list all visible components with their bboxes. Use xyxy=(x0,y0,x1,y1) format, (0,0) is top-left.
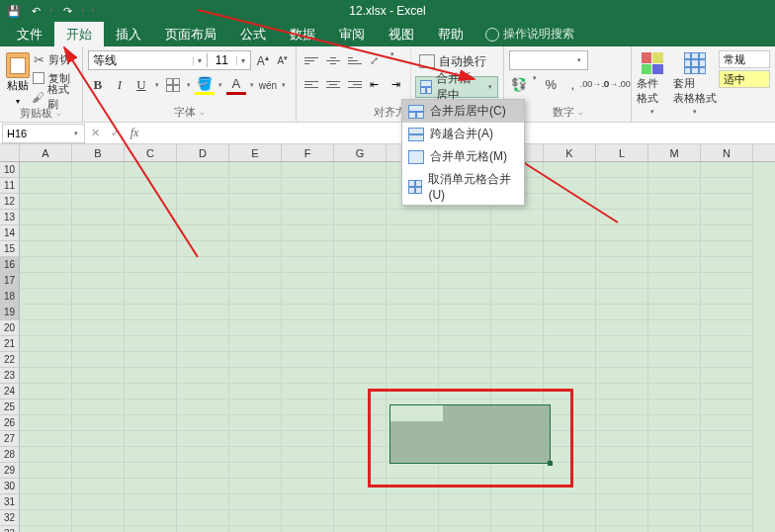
cell[interactable] xyxy=(491,289,544,305)
undo-button[interactable]: ↶ xyxy=(26,2,45,20)
cell[interactable] xyxy=(334,479,387,494)
cell[interactable] xyxy=(648,479,701,494)
indent-inc-button[interactable]: ⇥ xyxy=(388,74,408,94)
cell[interactable] xyxy=(72,479,125,494)
cell[interactable] xyxy=(701,241,753,257)
cell[interactable] xyxy=(701,415,753,431)
cell[interactable] xyxy=(596,368,648,384)
paste-button[interactable]: 粘贴 ▾ xyxy=(5,48,30,106)
cell[interactable] xyxy=(229,463,282,479)
col-header-C[interactable]: C xyxy=(125,144,177,161)
cell[interactable] xyxy=(491,336,544,352)
row-header[interactable]: 28 xyxy=(0,447,20,463)
cell[interactable] xyxy=(596,510,648,526)
dialog-launcher[interactable]: ⌵ xyxy=(578,108,583,117)
cell[interactable] xyxy=(72,273,125,289)
cell[interactable] xyxy=(648,336,701,352)
cell[interactable] xyxy=(72,289,125,305)
cell[interactable] xyxy=(282,384,334,399)
cell[interactable] xyxy=(282,241,334,257)
cell[interactable] xyxy=(125,225,177,241)
cell[interactable] xyxy=(648,526,701,532)
cell[interactable] xyxy=(648,305,701,320)
cell[interactable] xyxy=(491,305,544,320)
cell[interactable] xyxy=(439,210,491,225)
col-header-B[interactable]: B xyxy=(72,144,125,161)
cell[interactable] xyxy=(334,320,387,336)
row-header[interactable]: 23 xyxy=(0,368,20,384)
col-header-K[interactable]: K xyxy=(544,144,596,161)
cell[interactable] xyxy=(701,210,753,225)
cell[interactable] xyxy=(701,479,753,494)
cell[interactable] xyxy=(596,241,648,257)
cell[interactable] xyxy=(596,178,648,194)
cell[interactable] xyxy=(387,526,439,532)
cell[interactable] xyxy=(125,289,177,305)
cell[interactable] xyxy=(648,431,701,447)
cell[interactable] xyxy=(387,289,439,305)
cell[interactable] xyxy=(701,305,753,320)
cell[interactable] xyxy=(491,368,544,384)
cell[interactable] xyxy=(177,510,229,526)
cell[interactable] xyxy=(282,257,334,273)
cell[interactable] xyxy=(701,352,753,368)
halign-left-button[interactable] xyxy=(301,74,321,94)
tab-home[interactable]: 开始 xyxy=(54,22,104,46)
row-header[interactable]: 10 xyxy=(0,162,20,178)
cell[interactable] xyxy=(544,399,596,415)
cell[interactable] xyxy=(20,241,72,257)
cell[interactable] xyxy=(282,479,334,494)
fill-handle[interactable] xyxy=(548,461,553,466)
cell[interactable] xyxy=(282,447,334,463)
cell[interactable] xyxy=(334,241,387,257)
cell[interactable] xyxy=(491,352,544,368)
chevron-down-icon[interactable]: ▾ xyxy=(216,81,224,89)
cell[interactable] xyxy=(439,336,491,352)
cell[interactable] xyxy=(229,320,282,336)
row-header[interactable]: 19 xyxy=(0,305,20,320)
cell[interactable] xyxy=(125,194,177,210)
cell[interactable] xyxy=(387,336,439,352)
cell[interactable] xyxy=(282,494,334,510)
cell[interactable] xyxy=(20,210,72,225)
currency-button[interactable]: 💱 xyxy=(509,74,529,94)
cell[interactable] xyxy=(20,178,72,194)
cell[interactable] xyxy=(439,368,491,384)
cell[interactable] xyxy=(177,320,229,336)
cell[interactable] xyxy=(125,526,177,532)
cell[interactable] xyxy=(20,320,72,336)
cell[interactable] xyxy=(229,399,282,415)
cell[interactable] xyxy=(334,178,387,194)
cell[interactable] xyxy=(125,210,177,225)
cell[interactable] xyxy=(177,178,229,194)
cell[interactable] xyxy=(229,305,282,320)
cell[interactable] xyxy=(229,241,282,257)
cell[interactable] xyxy=(229,447,282,463)
col-header-F[interactable]: F xyxy=(282,144,334,161)
cell[interactable] xyxy=(177,162,229,178)
cell[interactable] xyxy=(544,178,596,194)
cell[interactable] xyxy=(544,336,596,352)
cell[interactable] xyxy=(72,225,125,241)
number-format-combo[interactable]: ▾ xyxy=(509,50,588,70)
cell[interactable] xyxy=(648,494,701,510)
cell[interactable] xyxy=(648,194,701,210)
cell[interactable] xyxy=(596,479,648,494)
cell[interactable] xyxy=(282,415,334,431)
cell[interactable] xyxy=(491,526,544,532)
cell[interactable] xyxy=(701,431,753,447)
cell[interactable] xyxy=(544,526,596,532)
cell[interactable] xyxy=(334,415,387,431)
row-header[interactable]: 26 xyxy=(0,415,20,431)
row-header[interactable]: 31 xyxy=(0,494,20,510)
chevron-down-icon[interactable]: ▾ xyxy=(280,81,288,89)
cell[interactable] xyxy=(177,399,229,415)
cell[interactable] xyxy=(334,257,387,273)
cell[interactable] xyxy=(20,384,72,399)
cell[interactable] xyxy=(20,479,72,494)
cell[interactable] xyxy=(439,352,491,368)
cell[interactable] xyxy=(596,447,648,463)
cell[interactable] xyxy=(20,494,72,510)
cell[interactable] xyxy=(229,162,282,178)
tab-review[interactable]: 审阅 xyxy=(327,22,377,46)
